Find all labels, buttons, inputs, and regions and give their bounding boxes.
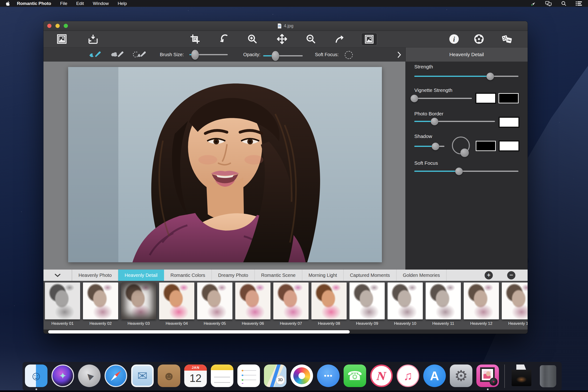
dock-news[interactable]: N bbox=[370, 362, 393, 390]
filmstrip-item[interactable]: Heavenly 06 bbox=[235, 281, 270, 330]
dock-downloads[interactable] bbox=[510, 362, 533, 390]
filmstrip-item[interactable]: Heavenly 09 bbox=[350, 281, 385, 330]
title-bar[interactable]: 4.jpg bbox=[44, 21, 528, 31]
add-preset-button[interactable]: + bbox=[484, 271, 493, 280]
dock-siri[interactable]: ✦ bbox=[52, 362, 74, 390]
dock-photos[interactable] bbox=[290, 362, 313, 390]
apple-menu[interactable] bbox=[6, 1, 10, 6]
preset-thumbnail[interactable] bbox=[273, 282, 308, 320]
filmstrip-item[interactable]: Heavenly 04 bbox=[159, 281, 194, 330]
dock-reminders[interactable] bbox=[237, 362, 260, 390]
image-adjust-button[interactable] bbox=[361, 33, 377, 46]
tab-morning-light[interactable]: Morning Light bbox=[302, 270, 344, 281]
photo-border-color[interactable] bbox=[499, 117, 519, 128]
notification-list-icon[interactable] bbox=[576, 1, 582, 6]
rotate-right-button[interactable] bbox=[334, 34, 345, 44]
zoom-out-button[interactable] bbox=[306, 34, 316, 44]
preset-thumbnail[interactable] bbox=[235, 282, 270, 320]
preset-thumbnail[interactable] bbox=[159, 282, 194, 320]
chevron-right-icon[interactable] bbox=[397, 52, 402, 59]
tab-golden-memories[interactable]: Golden Memories bbox=[396, 270, 446, 281]
info-button[interactable]: i bbox=[449, 34, 460, 44]
shadow-angle-knob[interactable] bbox=[460, 148, 469, 157]
tab-romantic-scene[interactable]: Romantic Scene bbox=[255, 270, 302, 281]
dock-system-preferences[interactable]: ⚙ bbox=[450, 362, 472, 390]
shadow-angle-dial[interactable] bbox=[452, 136, 470, 154]
brush-size-slider[interactable] bbox=[190, 54, 228, 55]
menu-edit[interactable]: Edit bbox=[76, 1, 84, 6]
soft-focus-brush-icon[interactable] bbox=[345, 51, 353, 59]
filmstrip-item[interactable]: Heavenly 13 bbox=[502, 281, 528, 330]
vignette-slider[interactable] bbox=[414, 98, 472, 99]
photo-border-slider[interactable] bbox=[414, 121, 495, 122]
dock-app-store[interactable]: A bbox=[423, 362, 446, 390]
dock-music[interactable]: ♫ bbox=[397, 362, 419, 390]
shadow-color-light[interactable] bbox=[499, 141, 519, 151]
vignette-color-dark[interactable] bbox=[498, 93, 519, 104]
filmstrip-item[interactable]: Heavenly 05 bbox=[197, 281, 232, 330]
edited-photo[interactable] bbox=[68, 67, 382, 262]
tab-captured-moments[interactable]: Captured Moments bbox=[344, 270, 396, 281]
tab-heavenly-photo[interactable]: Heavenly Photo bbox=[72, 270, 118, 281]
menu-file[interactable]: File bbox=[60, 1, 68, 6]
app-menu-title[interactable]: Romantic Photo bbox=[17, 1, 51, 6]
remote-cursor-icon[interactable] bbox=[530, 1, 536, 6]
preset-thumbnail[interactable] bbox=[312, 282, 347, 320]
brush-blob-tool[interactable] bbox=[110, 50, 124, 59]
rotate-left-button[interactable] bbox=[219, 34, 230, 44]
preset-thumbnail[interactable] bbox=[350, 282, 385, 320]
filmstrip-item[interactable]: Heavenly 07 bbox=[273, 281, 308, 330]
strength-slider[interactable] bbox=[414, 76, 518, 77]
preset-thumbnail[interactable] bbox=[388, 282, 423, 320]
filmstrip-item[interactable]: Heavenly 02 bbox=[83, 281, 118, 330]
remove-preset-button[interactable]: − bbox=[507, 271, 516, 280]
soft-focus-slider[interactable] bbox=[414, 170, 518, 172]
dock-romantic-photo[interactable]: ♥ bbox=[476, 362, 499, 390]
preset-thumbnail[interactable] bbox=[121, 282, 156, 320]
dock-maps[interactable]: 3D bbox=[264, 362, 286, 390]
filmstrip-item[interactable]: Heavenly 01 bbox=[45, 281, 80, 330]
preset-thumbnail[interactable] bbox=[502, 282, 528, 320]
menu-window[interactable]: Window bbox=[93, 1, 109, 6]
dock-mail[interactable]: ✉ bbox=[131, 362, 154, 390]
preset-thumbnail[interactable] bbox=[426, 282, 461, 320]
collapse-presets-button[interactable] bbox=[44, 270, 72, 281]
preset-thumbnail[interactable] bbox=[83, 282, 118, 320]
preset-thumbnail[interactable] bbox=[464, 282, 499, 320]
brush-erase-tool[interactable] bbox=[132, 50, 146, 59]
opacity-slider[interactable] bbox=[263, 55, 303, 56]
filmstrip-item[interactable]: Heavenly 11 bbox=[426, 281, 461, 330]
tab-heavenly-detail[interactable]: Heavenly Detail bbox=[118, 270, 164, 281]
displays-icon[interactable] bbox=[545, 1, 552, 6]
preset-thumbnail[interactable] bbox=[197, 282, 232, 320]
dock-launchpad[interactable]: ▲ bbox=[78, 362, 100, 390]
dock-contacts[interactable]: ☻ bbox=[158, 362, 180, 390]
dock-finder[interactable]: ☺ bbox=[25, 362, 48, 390]
zoom-in-button[interactable] bbox=[247, 34, 258, 44]
open-image-button[interactable] bbox=[56, 34, 67, 44]
dock-safari[interactable] bbox=[104, 362, 127, 390]
preset-thumbnail[interactable] bbox=[45, 282, 80, 320]
horizontal-scrollbar[interactable] bbox=[48, 330, 350, 334]
save-image-button[interactable] bbox=[88, 34, 98, 44]
move-button[interactable] bbox=[276, 34, 288, 44]
random-preset-button[interactable] bbox=[502, 34, 512, 44]
crop-button[interactable] bbox=[190, 34, 200, 44]
filmstrip-item[interactable]: Heavenly 12 bbox=[464, 281, 499, 330]
spotlight-search-icon[interactable] bbox=[561, 1, 566, 6]
filmstrip-item[interactable]: Heavenly 08 bbox=[312, 281, 347, 330]
vignette-color-light[interactable] bbox=[476, 93, 496, 104]
shadow-slider[interactable] bbox=[414, 146, 444, 147]
effects-button[interactable] bbox=[474, 34, 484, 44]
brush-paint-tool[interactable] bbox=[88, 50, 102, 59]
dock-calendar[interactable]: JAN12 bbox=[184, 362, 207, 390]
shadow-color-dark[interactable] bbox=[476, 141, 496, 151]
dock-facetime[interactable]: ☎ bbox=[344, 362, 366, 390]
filmstrip-item[interactable]: Heavenly 03 bbox=[121, 281, 156, 330]
dock-notes[interactable] bbox=[211, 362, 233, 390]
tab-dreamy-photo[interactable]: Dreamy Photo bbox=[212, 270, 255, 281]
dock-trash[interactable] bbox=[537, 362, 559, 390]
dock-messages[interactable]: ••• bbox=[317, 362, 340, 390]
canvas-area[interactable] bbox=[44, 62, 406, 270]
tab-romantic-colors[interactable]: Romantic Colors bbox=[164, 270, 212, 281]
